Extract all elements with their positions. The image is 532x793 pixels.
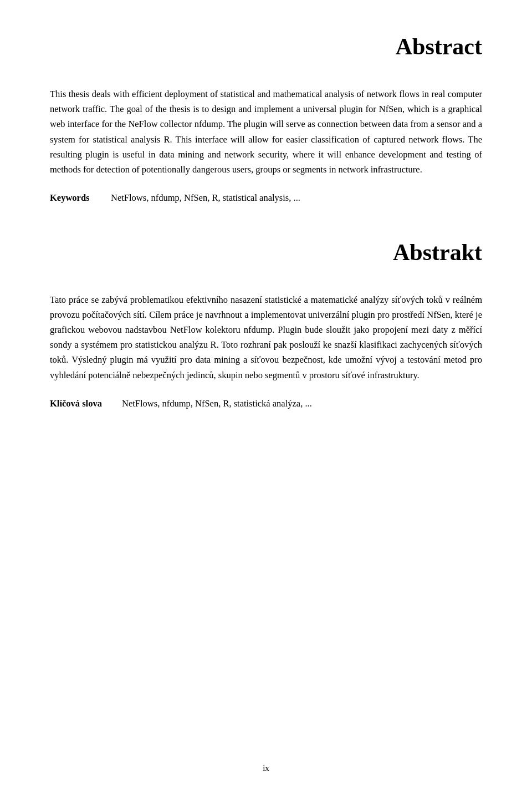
page: Abstract This thesis deals with efficien… bbox=[0, 0, 532, 793]
klicova-slova-label: Klíčová slova bbox=[50, 396, 122, 411]
abstract-english-body: This thesis deals with efficient deploym… bbox=[50, 87, 482, 177]
czech-abstract-section: Abstrakt Tato práce se zabývá problemati… bbox=[50, 239, 482, 411]
keywords-value: NetFlows, nfdump, NfSen, R, statistical … bbox=[111, 190, 482, 205]
abstract-english-title: Abstract bbox=[50, 33, 482, 60]
abstract-czech-title: Abstrakt bbox=[50, 239, 482, 266]
abstract-czech-body: Tato práce se zabývá problematikou efekt… bbox=[50, 292, 482, 383]
english-abstract-section: Abstract This thesis deals with efficien… bbox=[50, 33, 482, 206]
klicova-slova-value: NetFlows, nfdump, NfSen, R, statistická … bbox=[122, 396, 482, 411]
keywords-row: Keywords NetFlows, nfdump, NfSen, R, sta… bbox=[50, 190, 482, 205]
page-number: ix bbox=[0, 764, 532, 773]
keywords-label: Keywords bbox=[50, 190, 111, 205]
klicova-row: Klíčová slova NetFlows, nfdump, NfSen, R… bbox=[50, 396, 482, 411]
